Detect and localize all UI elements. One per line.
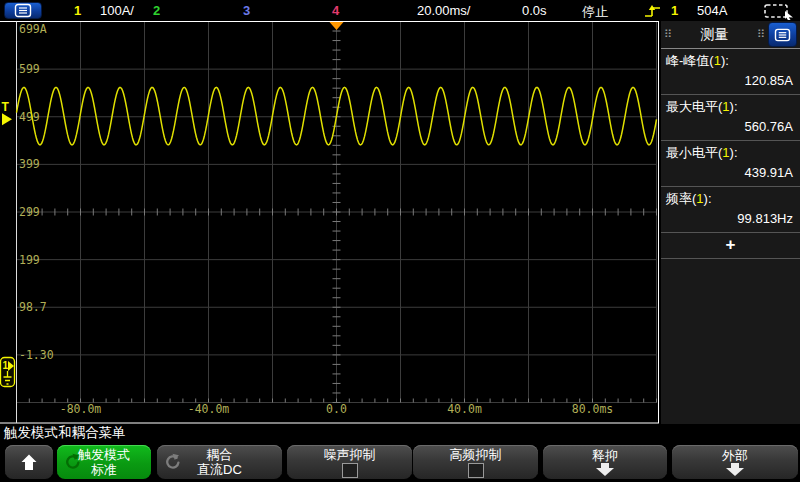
- measurement-row-frequency[interactable]: 频率(1): 99.813Hz: [661, 187, 800, 233]
- rotate-knob-icon: [64, 453, 80, 469]
- trigger-time-marker-icon[interactable]: [330, 22, 344, 30]
- softkey-title: 外部: [722, 448, 748, 463]
- softkey-menu-title: 触发模式和耦合菜单: [4, 424, 126, 442]
- softkey-value: 直流DC: [197, 462, 242, 477]
- menu-back-button[interactable]: [5, 445, 53, 479]
- measurement-name: 频率(: [666, 191, 696, 206]
- run-state-label: 停止: [582, 3, 608, 21]
- softkey-trigger-mode[interactable]: 触发模式 标准: [57, 445, 151, 479]
- measurement-source: 1: [722, 99, 729, 114]
- timebase-scale[interactable]: 20.00ms/: [417, 3, 470, 18]
- measurement-name: 最小电平(: [666, 145, 722, 160]
- softkey-external[interactable]: 外部: [672, 445, 798, 479]
- softkey-value: 标准: [91, 462, 117, 477]
- softkey-hf-reject[interactable]: 高频抑制: [413, 445, 538, 479]
- panel-title: 测量: [672, 26, 757, 44]
- down-arrow-icon: [595, 463, 615, 476]
- trigger-level-value[interactable]: 504A: [697, 3, 727, 18]
- drag-handle-icon[interactable]: ⠿: [664, 29, 672, 40]
- hamburger-menu-icon: [14, 3, 32, 18]
- x-axis-label: 80.0ms: [572, 402, 614, 416]
- trigger-level-marker-icon[interactable]: [2, 113, 12, 125]
- measurement-name: 最大电平(: [666, 99, 722, 114]
- softkey-title: 耦合: [207, 447, 233, 462]
- x-axis-label: -40.0m: [188, 402, 230, 416]
- add-measurement-row: +: [661, 233, 800, 259]
- softkey-title: 高频抑制: [450, 447, 502, 462]
- trigger-level-marker-label: T: [2, 100, 10, 114]
- add-measurement-button[interactable]: +: [726, 235, 736, 254]
- channel-2-badge[interactable]: 2: [153, 3, 160, 18]
- measurement-value: 120.85A: [666, 70, 795, 92]
- scope-display[interactable]: 699A59949939929919998.7-1.30-80.0m-40.0m…: [0, 21, 660, 424]
- svg-text:1: 1: [3, 360, 9, 371]
- measurement-panel: ⠿ 测量 ⠿ 峰-峰值(1): 120.85A 最大电平(1): 560.76A…: [661, 21, 800, 424]
- softkey-coupling[interactable]: 耦合 直流DC: [157, 445, 282, 479]
- y-axis-label: 98.7: [19, 300, 47, 314]
- main-menu-button[interactable]: [4, 2, 42, 19]
- measurement-row-peak-peak[interactable]: 峰-峰值(1): 120.85A: [661, 49, 800, 95]
- y-axis-label: 299: [19, 205, 40, 219]
- y-axis-label: 699A: [19, 22, 47, 36]
- hf-reject-checkbox[interactable]: [468, 463, 484, 478]
- channel-1-badge[interactable]: 1: [74, 3, 81, 18]
- measurement-source: 1: [722, 145, 729, 160]
- ground-marker-icon[interactable]: 1: [1, 358, 15, 387]
- softkey-title: 噪声抑制: [324, 447, 376, 462]
- measurement-suffix: ):: [730, 99, 738, 114]
- channel-4-badge[interactable]: 4: [332, 3, 339, 18]
- measurement-suffix: ):: [721, 53, 729, 68]
- measurement-row-max-level[interactable]: 最大电平(1): 560.76A: [661, 95, 800, 141]
- measurement-value: 439.91A: [666, 162, 795, 184]
- measurement-panel-header[interactable]: ⠿ 测量 ⠿: [661, 21, 800, 49]
- measurement-value: 99.813Hz: [666, 208, 795, 230]
- measurement-suffix: ):: [704, 191, 712, 206]
- softkey-title: 释抑: [592, 448, 618, 463]
- channel-1-scale[interactable]: 100A/: [100, 3, 134, 18]
- softkey-title: 触发模式: [78, 447, 130, 462]
- x-axis-label: 0.0: [326, 402, 347, 416]
- rotate-knob-icon: [164, 453, 180, 469]
- panel-menu-button[interactable]: [768, 22, 797, 47]
- x-axis-label: -80.0m: [60, 402, 102, 416]
- up-arrow-icon: [20, 453, 38, 471]
- trigger-source-badge[interactable]: 1: [671, 3, 678, 18]
- y-axis-label: 599: [19, 62, 40, 76]
- measurement-source: 1: [696, 191, 703, 206]
- timebase-delay[interactable]: 0.0s: [522, 3, 547, 18]
- y-axis-label: 499: [19, 110, 40, 124]
- selection-cursor-icon[interactable]: [763, 2, 795, 20]
- noise-reject-checkbox[interactable]: [342, 463, 358, 478]
- y-axis-label: -1.30: [19, 348, 54, 362]
- y-axis-label: 399: [19, 157, 40, 171]
- measurement-source: 1: [714, 53, 721, 68]
- y-axis-label: 199: [19, 253, 40, 267]
- trigger-edge-rising-icon: [644, 3, 664, 19]
- top-status-bar: 1 100A/ 2 3 4 20.00ms/ 0.0s 停止 1 504A: [0, 0, 800, 21]
- hamburger-menu-icon: [774, 28, 791, 42]
- softkey-holdoff[interactable]: 释抑: [543, 445, 667, 479]
- x-axis-label: 40.0m: [447, 402, 482, 416]
- drag-handle-icon[interactable]: ⠿: [757, 29, 765, 40]
- down-arrow-icon: [725, 463, 745, 476]
- softkey-noise-reject[interactable]: 噪声抑制: [287, 445, 412, 479]
- channel-3-badge[interactable]: 3: [243, 3, 250, 18]
- measurement-value: 560.76A: [666, 116, 795, 138]
- measurement-name: 峰-峰值(: [666, 53, 714, 68]
- measurement-suffix: ):: [730, 145, 738, 160]
- measurement-row-min-level[interactable]: 最小电平(1): 439.91A: [661, 141, 800, 187]
